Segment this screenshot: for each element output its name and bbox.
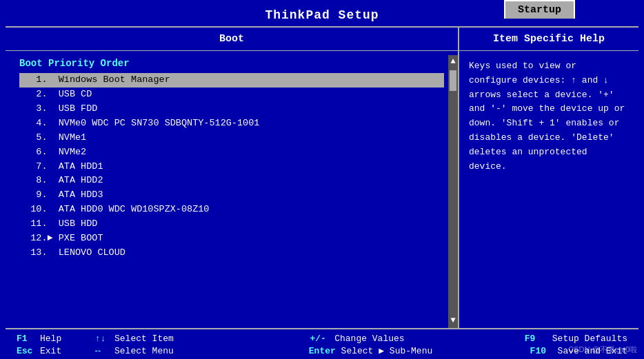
scrollbar[interactable]: ▲ ▼ xyxy=(448,55,458,328)
boot-item-13[interactable]: 13. LENOVO CLOUD xyxy=(19,246,444,260)
startup-tab[interactable]: Startup xyxy=(504,0,575,19)
boot-item-3[interactable]: 3. USB FDD xyxy=(19,102,444,116)
scroll-up-arrow[interactable]: ▲ xyxy=(450,55,455,68)
plus-minus: +/- xyxy=(310,334,329,344)
boot-section-title: Boot Priority Order xyxy=(19,58,444,69)
boot-item-2[interactable]: 2. USB CD xyxy=(19,88,444,102)
boot-list: Boot Priority Order 1. Windows Boot Mana… xyxy=(6,51,458,328)
bios-screen: ThinkPad Setup Startup Boot Boot Priorit… xyxy=(0,0,644,359)
footer-row-1: F1 Help ↑↓ Select Item +/- Change Values… xyxy=(6,334,638,344)
boot-header: Boot xyxy=(6,28,458,51)
footer: F1 Help ↑↓ Select Item +/- Change Values… xyxy=(6,328,638,359)
change-values-label: Change Values xyxy=(329,334,524,344)
setup-defaults-label: Setup Defaults xyxy=(552,334,627,344)
select-submenu-label: Select ▶ Sub-Menu xyxy=(336,345,530,356)
boot-item-6[interactable]: 6. NVMe2 xyxy=(19,145,444,160)
scroll-down-arrow[interactable]: ▼ xyxy=(450,314,455,327)
watermark: CSDN @不要em0啦 xyxy=(568,345,637,355)
help-label: Help xyxy=(40,334,95,344)
help-header: Item Specific Help xyxy=(459,28,638,51)
boot-item-1[interactable]: 1. Windows Boot Manager xyxy=(19,73,444,88)
boot-item-12[interactable]: 12.► PXE BOOT xyxy=(19,232,444,246)
f9-key: F9 xyxy=(525,334,552,344)
scroll-thumb[interactable] xyxy=(450,70,456,91)
left-panel: Boot Boot Priority Order 1. Windows Boot… xyxy=(6,28,459,328)
bios-title: ThinkPad Setup xyxy=(265,8,379,22)
f1-key: F1 xyxy=(17,334,40,344)
boot-item-9[interactable]: 9. ATA HDD3 xyxy=(19,188,444,203)
boot-item-8[interactable]: 8. ATA HDD2 xyxy=(19,174,444,188)
boot-item-5[interactable]: 5. NVMe1 xyxy=(19,131,444,145)
esc-key: Esc xyxy=(17,346,40,356)
select-menu-label: Select Menu xyxy=(114,346,309,356)
enter-key: Enter xyxy=(309,346,336,356)
select-item-label: Select Item xyxy=(114,334,310,344)
boot-item-7[interactable]: 7. ATA HDD1 xyxy=(19,160,444,174)
right-panel: Item Specific Help Keys used to view or … xyxy=(459,28,638,328)
leftright-arrows: ↔ xyxy=(95,346,114,356)
boot-item-10[interactable]: 10. ATA HDD0 WDC WD10SPZX-08Z10 xyxy=(19,203,444,217)
exit-label: Exit xyxy=(40,346,95,356)
updown-arrows: ↑↓ xyxy=(95,334,114,344)
help-text: Keys used to view or configure devices: … xyxy=(459,51,638,182)
boot-item-4[interactable]: 4. NVMe0 WDC PC SN730 SDBQNTY-512G-1001 xyxy=(19,116,444,131)
title-bar: ThinkPad Setup Startup xyxy=(0,0,644,26)
f10-key: F10 xyxy=(530,346,558,356)
boot-item-11[interactable]: 11. USB HDD xyxy=(19,217,444,232)
main-area: Boot Boot Priority Order 1. Windows Boot… xyxy=(6,26,638,328)
footer-row-2: Esc Exit ↔ Select Menu Enter Select ▶ Su… xyxy=(6,345,638,356)
